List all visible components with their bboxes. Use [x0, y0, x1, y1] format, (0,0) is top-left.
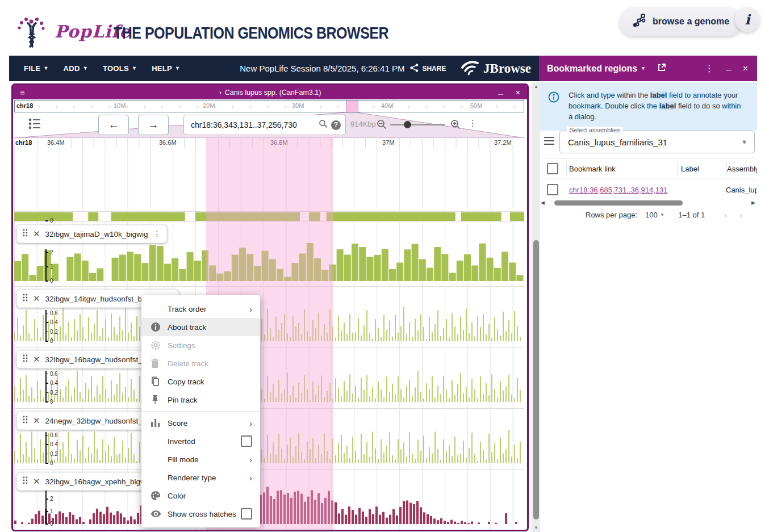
track-region-32ibgw_14itgw_hudsonfst_bigwig[interactable]: 00.20.40.6✕32ibgw_14itgw_hudsonfst_bigwi… [14, 286, 524, 347]
menu-item-checkbox[interactable] [241, 508, 252, 520]
view-title: ›Canis lupus spp. (CanFam3.1) [13, 89, 527, 97]
alert-text: Click and type within the label field to… [569, 90, 751, 123]
menu-item-show-cross-hatches[interactable]: Show cross hatches [141, 505, 260, 523]
table-row: chr18:36,685,731..36,914,131 Canis_lup [539, 179, 757, 200]
drag-handle-icon[interactable] [23, 354, 28, 365]
drag-handle-icon[interactable] [23, 476, 28, 487]
track-region-24negw_32ibgw_hudsonfst_big[interactable]: 00.20.40.6✕24negw_32ibgw_hudsonfst_big⋮ [14, 408, 524, 470]
drag-handle-icon[interactable] [23, 229, 28, 239]
menubar-menu-file[interactable]: FILE▼ [24, 64, 49, 73]
track-selector-button[interactable] [28, 117, 41, 133]
rows-per-page-select[interactable]: 100▾ [645, 211, 663, 219]
track-region-coverage[interactable]: 0 [14, 211, 524, 222]
track-close-icon[interactable]: ✕ [33, 416, 40, 426]
overview-visible-region-band[interactable] [346, 100, 358, 112]
pan-right-button[interactable]: → [138, 115, 169, 135]
search-icon[interactable] [319, 119, 328, 131]
track-name: 32ibgw_tajimaD_w10k_bigwig [45, 230, 148, 238]
page-title: THE POPULATION GENOMICS BROWSER [114, 25, 388, 41]
view-close-button[interactable]: × [516, 88, 520, 97]
bookmark-link[interactable]: chr18:36,685,731..36,914,131 [569, 186, 667, 194]
track-region-32ibgw_tajimaD_w10k_bigwig[interactable]: 012✕32ibgw_tajimaD_w10k_bigwig⋮ [14, 221, 524, 287]
palette-icon [151, 491, 168, 501]
track-region-32ibgw_16bagw_xpehh_bigwig[interactable]: 0123✕32ibgw_16bagw_xpehh_bigwig⋮ [14, 469, 524, 531]
zoom-in-icon[interactable] [450, 119, 461, 132]
drag-handle-icon[interactable] [23, 294, 28, 304]
row-checkbox[interactable] [547, 184, 558, 195]
drawer-close-button[interactable]: × [743, 64, 748, 74]
main-vertical-scrollbar[interactable]: ▲ ▼ [532, 82, 540, 532]
axis-tick-label: 0.6 [50, 310, 58, 316]
menubar-menu-help[interactable]: HELP▼ [152, 64, 180, 73]
menu-item-label: Settings [168, 341, 260, 350]
drawer-minimize-button[interactable]: _ [726, 62, 732, 72]
track-close-icon[interactable]: ✕ [33, 354, 40, 365]
menu-item-checkbox[interactable] [241, 435, 252, 447]
menu-item-pin-track[interactable]: Pin track [141, 391, 260, 409]
zoom-slider[interactable] [390, 124, 445, 125]
menu-item-label: Track order [168, 305, 249, 313]
scroll-right-icon[interactable]: ▶ [750, 200, 757, 206]
track-close-icon[interactable]: ✕ [33, 229, 40, 239]
view-kebab-icon[interactable]: ⋮ [469, 118, 477, 128]
chevron-down-icon: ▾ [642, 66, 645, 71]
menu-item-inverted[interactable]: Inverted [141, 432, 260, 450]
menubar-menu-tools[interactable]: TOOLS▼ [103, 64, 137, 73]
axis-tick-label: 0 [50, 278, 53, 284]
track-context-menu: Track order›About trackSettingsDelete tr… [141, 295, 260, 527]
tracks-area[interactable]: 0012✕32ibgw_tajimaD_w10k_bigwig⋮00.20.40… [14, 148, 524, 530]
axis-tick-label: 1 [50, 263, 53, 270]
page-next-icon[interactable]: › [739, 210, 742, 220]
location-search-box[interactable]: chr18:36,343,131..37,256,730 ? [183, 115, 346, 135]
scrollbar-thumb[interactable] [533, 240, 539, 520]
track-close-icon[interactable]: ✕ [33, 476, 40, 487]
table-horizontal-scrollbar[interactable]: ◀ ▶ [539, 199, 757, 207]
zoom-out-icon[interactable] [377, 119, 387, 132]
ruler-tick-label: 37M [381, 139, 395, 146]
track-close-icon[interactable]: ✕ [33, 294, 40, 304]
browse-genome-button[interactable]: browse a genome [620, 7, 742, 36]
track-region-32ibgw_16bagw_hudsonfst_bigwig[interactable]: 00.20.40.6✕32ibgw_16bagw_hudsonfst_bigwi… [14, 347, 524, 409]
drawer-widget-selector[interactable]: Bookmarked regions ▾ [547, 64, 645, 74]
menu-item-label: Inverted [168, 437, 241, 446]
menu-item-score[interactable]: Score› [141, 414, 260, 432]
axis-tick-label: 0.2 [50, 451, 58, 457]
view-menu-icon[interactable]: ≡ [20, 87, 25, 97]
scroll-up-icon[interactable]: ▲ [532, 84, 540, 89]
zoom-slider-thumb[interactable] [404, 121, 411, 128]
drawer-menu-icon[interactable] [544, 136, 555, 148]
select-all-checkbox[interactable] [547, 163, 558, 174]
menu-item-fill-mode[interactable]: Fill mode› [141, 450, 260, 468]
jbrowse-wordmark: JBrowse [483, 61, 531, 76]
track-kebab-icon[interactable]: ⋮ [153, 229, 161, 238]
menubar-menu-add[interactable]: ADD▼ [64, 64, 88, 73]
menu-item-renderer-type[interactable]: Renderer type› [141, 468, 260, 487]
menu-item-label: Copy track [168, 378, 260, 386]
share-button[interactable]: SHARE [410, 64, 446, 74]
track-label[interactable]: ✕32ibgw_tajimaD_w10k_bigwig⋮ [16, 225, 167, 243]
scroll-down-icon[interactable]: ▼ [532, 525, 540, 530]
menu-item-color[interactable]: Color [141, 487, 260, 505]
axis-tick-label: 1 [50, 508, 53, 514]
pan-left-button[interactable]: ← [98, 115, 129, 135]
site-info-button[interactable]: i [735, 7, 760, 32]
help-icon[interactable]: ? [331, 120, 341, 130]
detail-scalebar[interactable]: chr18 36.4M36.6M36.8M37M37.2M [14, 138, 524, 149]
view-minimize-button[interactable]: _ [498, 86, 503, 96]
location-value: chr18:36,343,131..37,256,730 [191, 120, 297, 129]
assembly-select[interactable]: Select assemblies Canis_lupus_familiaris… [559, 131, 755, 153]
drag-handle-icon[interactable] [23, 416, 28, 426]
menu-item-about-track[interactable]: About track [141, 318, 260, 336]
menu-item-track-order[interactable]: Track order› [141, 300, 260, 318]
drawer-kebab-icon[interactable]: ⋮ [705, 63, 714, 74]
overview-scalebar[interactable]: chr18 ›››››››››››››››››››››››››››› 10M20… [14, 100, 524, 112]
menu-item-copy-track[interactable]: Copy track [141, 372, 260, 391]
scrollbar-thumb[interactable] [554, 200, 683, 206]
app-menubar: FILE▼ADD▼TOOLS▼HELP▼ New PopLife Session… [9, 56, 539, 81]
chevron-down-icon: ▼ [83, 66, 88, 71]
open-in-new-icon[interactable] [657, 63, 666, 74]
submenu-arrow-icon: › [249, 418, 252, 428]
chevron-down-icon: ▼ [43, 66, 48, 71]
page-prev-icon[interactable]: ‹ [724, 210, 727, 220]
axis-tick-label: 0.6 [50, 371, 58, 377]
